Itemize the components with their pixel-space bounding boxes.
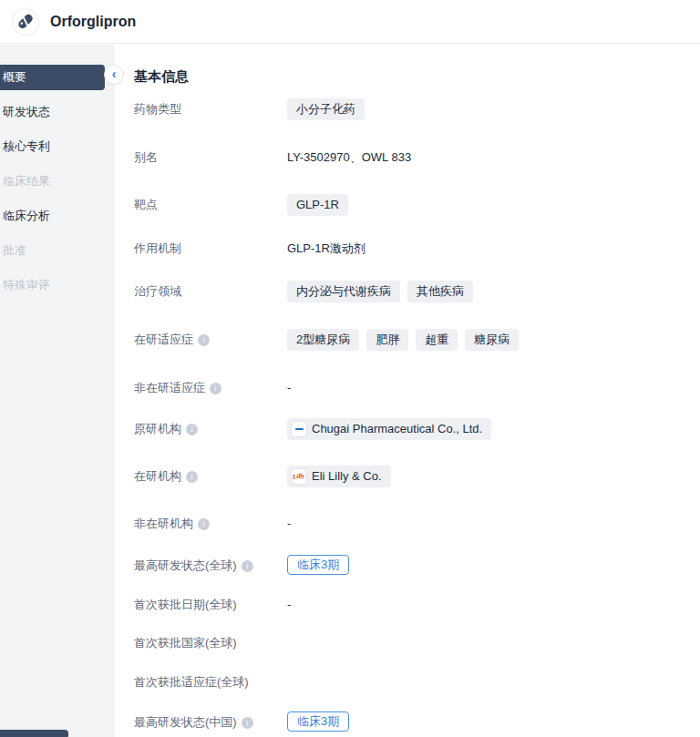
field-row-non-developer: 非在研机构i- (134, 513, 700, 555)
info-icon[interactable]: i (198, 334, 210, 346)
field-row-therapeutic-areas: 治疗领域内分泌与代谢疾病其他疾病 (134, 281, 700, 329)
info-icon[interactable]: i (198, 518, 210, 530)
field-label: 作用机制 (134, 238, 287, 260)
value-text: - (287, 513, 291, 535)
field-label: 治疗领域 (134, 281, 287, 302)
drug-detail-page: Orforglipron 概要研发状态核心专利临床结果临床分析批准特殊审评 ‹ … (0, 0, 700, 737)
field-row-first-approval-country-global: 首次获批国家(全球) (134, 632, 700, 671)
field-label: 靶点 (134, 194, 287, 216)
field-row-first-approval-date-global: 首次获批日期(全球)- (134, 594, 700, 632)
sidebar-item-rd-status[interactable]: 研发状态 (0, 99, 113, 125)
basic-info-fields: 药物类型小分子化药别名LY-3502970、OWL 833靶点GLP-1R作用机… (134, 98, 700, 737)
field-value: GLP-1R (287, 194, 700, 216)
chugai-logo (292, 422, 306, 436)
field-label-text: 别名 (134, 147, 158, 169)
info-icon[interactable]: i (242, 717, 253, 729)
value-text: GLP-1R激动剂 (287, 238, 365, 260)
field-label-text: 治疗领域 (134, 281, 181, 302)
value-tag[interactable]: 超重 (416, 329, 458, 351)
field-label-text: 在研适应症 (134, 329, 193, 351)
page-header: Orforglipron (0, 0, 700, 44)
value-tag[interactable]: 2型糖尿病 (287, 329, 359, 351)
field-label: 在研机构i (134, 466, 287, 487)
field-label: 别名 (134, 147, 287, 169)
sidebar-nav: 概要研发状态核心专利临床结果临床分析批准特殊审评 (0, 65, 113, 298)
value-tag[interactable]: GLP-1R (287, 194, 348, 216)
value-tag[interactable]: 小分子化药 (287, 98, 365, 120)
value-tag[interactable]: 其他疾病 (407, 281, 473, 302)
field-value: GLP-1R激动剂 (287, 238, 700, 260)
drug-name-title: Orforglipron (50, 14, 136, 30)
field-label-text: 作用机制 (134, 238, 181, 260)
value-text: LY-3502970、OWL 833 (287, 147, 411, 169)
phase-badge[interactable]: 临床3期 (287, 555, 349, 575)
sidebar-item-core-patents[interactable]: 核心专利 (0, 134, 113, 159)
field-value: - (287, 594, 700, 616)
field-label-text: 在研机构 (134, 466, 181, 487)
sidebar-item-clinical-analysis[interactable]: 临床分析 (0, 203, 113, 229)
value-tag[interactable]: 糖尿病 (465, 329, 519, 351)
org-tag[interactable]: LillyEli Lilly & Co. (287, 466, 391, 487)
main-content: 基本信息 药物类型小分子化药别名LY-3502970、OWL 833靶点GLP-… (115, 45, 700, 737)
info-icon[interactable]: i (186, 471, 198, 483)
collapse-sidebar-button[interactable]: ‹ (104, 65, 124, 85)
field-label: 首次获批适应症(全球) (134, 671, 287, 693)
chugai-logo-mark (295, 428, 304, 430)
field-label-text: 首次获批日期(全球) (134, 594, 237, 616)
sidebar-item-clinical-results: 临床结果 (0, 169, 113, 194)
info-icon[interactable]: i (242, 560, 253, 572)
sidebar-item-approval: 批准 (0, 238, 113, 263)
drug-avatar (12, 8, 39, 36)
field-label: 非在研机构i (134, 513, 287, 535)
field-label-text: 最高研发状态(全球) (134, 555, 237, 577)
field-row-originator: 原研机构iChugai Pharmaceutical Co., Ltd. (134, 418, 700, 466)
field-label: 原研机构i (134, 418, 287, 440)
field-label-text: 首次获批适应症(全球) (134, 671, 249, 693)
field-value: - (287, 513, 700, 535)
info-icon[interactable]: i (210, 383, 221, 394)
field-row-highest-status-china: 最高研发状态(中国)i临床3期 (134, 711, 700, 737)
field-row-first-approval-indication-global: 首次获批适应症(全球) (134, 671, 700, 711)
lilly-logo: Lilly (292, 469, 306, 484)
field-value: 临床3期 (287, 555, 700, 575)
field-label-text: 靶点 (134, 194, 158, 216)
field-label-text: 最高研发状态(中国) (134, 711, 237, 733)
field-value: 内分泌与代谢疾病其他疾病 (287, 281, 700, 302)
value-text: - (287, 377, 291, 399)
value-tag[interactable]: 肥胖 (366, 329, 408, 351)
field-row-alias: 别名LY-3502970、OWL 833 (134, 147, 700, 194)
field-row-target: 靶点GLP-1R (134, 194, 700, 238)
field-label: 在研适应症i (134, 329, 287, 351)
field-value: 临床3期 (287, 711, 700, 732)
field-label: 首次获批国家(全球) (134, 632, 287, 654)
sidebar-item-overview[interactable]: 概要 (0, 65, 105, 90)
field-value: LY-3502970、OWL 833 (287, 147, 700, 169)
lilly-logo-mark: Lilly (292, 469, 306, 484)
info-icon[interactable]: i (186, 424, 198, 435)
field-label-text: 非在研机构 (134, 513, 193, 535)
field-row-indications-inactive: 非在研适应症i- (134, 377, 700, 418)
field-label-text: 首次获批国家(全球) (134, 632, 237, 654)
field-value: - (287, 377, 700, 399)
field-value: 2型糖尿病肥胖超重糖尿病 (287, 329, 700, 351)
field-label-text: 非在研适应症 (134, 377, 205, 399)
sidebar-item-special-review: 特殊审评 (0, 272, 113, 298)
field-label: 首次获批日期(全球) (134, 594, 287, 616)
field-value: 小分子化药 (287, 98, 700, 120)
field-row-developer: 在研机构iLillyEli Lilly & Co. (134, 466, 700, 513)
org-name: Chugai Pharmaceutical Co., Ltd. (312, 418, 482, 440)
chevron-left-icon: ‹ (112, 67, 117, 80)
field-label: 非在研适应症i (134, 377, 287, 399)
field-label-text: 药物类型 (134, 98, 181, 120)
pill-icon (16, 13, 34, 30)
phase-badge[interactable]: 临床3期 (287, 711, 349, 732)
org-name: Eli Lilly & Co. (312, 466, 382, 487)
field-row-drug-type: 药物类型小分子化药 (134, 98, 700, 147)
sidebar-item-partial[interactable] (0, 730, 68, 737)
field-row-mechanism: 作用机制GLP-1R激动剂 (134, 238, 700, 281)
value-tag[interactable]: 内分泌与代谢疾病 (287, 281, 400, 302)
field-label: 最高研发状态(中国)i (134, 711, 287, 733)
value-text: - (287, 594, 291, 616)
org-tag[interactable]: Chugai Pharmaceutical Co., Ltd. (287, 418, 491, 440)
field-label: 最高研发状态(全球)i (134, 555, 287, 577)
